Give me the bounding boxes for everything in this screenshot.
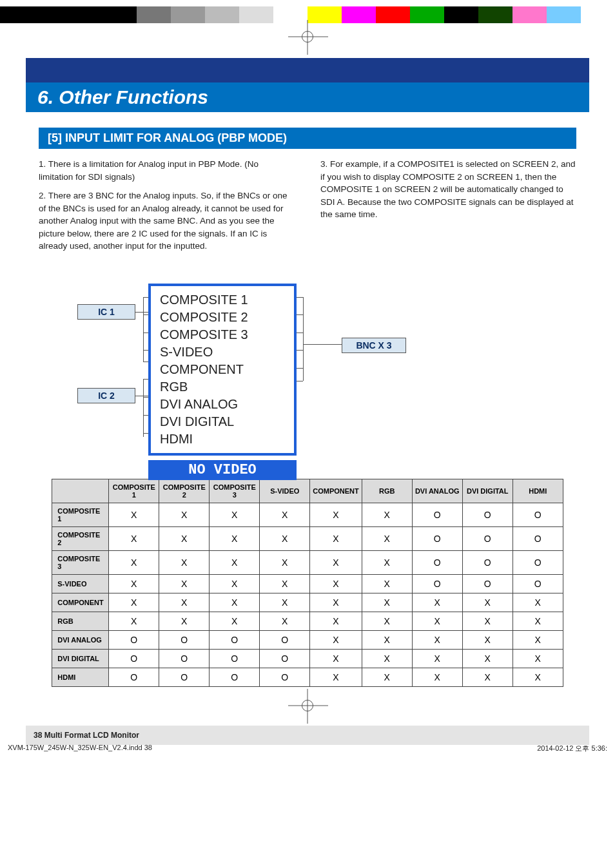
table-cell: X	[109, 503, 159, 527]
right-column: 3. For example, if a COMPOSITE1 is selec…	[320, 158, 576, 259]
table-col-header: COMPOSITE 1	[109, 479, 159, 503]
table-cell: O	[159, 650, 210, 668]
body-columns: 1. There is a limitation for Analog inpu…	[39, 158, 576, 259]
table-cell: X	[159, 527, 210, 551]
table-row-header: DVI ANALOG	[52, 631, 109, 650]
table-cell: X	[260, 527, 310, 551]
table-cell: O	[512, 551, 563, 575]
wire	[297, 297, 303, 298]
table-cell: X	[260, 593, 310, 612]
wire	[297, 381, 303, 381]
signal-item: S-VIDEO	[160, 343, 285, 361]
table-cell: X	[462, 612, 512, 631]
table-cell: O	[260, 650, 310, 668]
table-cell: O	[412, 503, 462, 527]
color-swatch	[68, 6, 102, 23]
table-cell: X	[109, 575, 159, 593]
wire	[297, 333, 303, 333]
registration-mark-bottom	[0, 700, 615, 711]
table-cell: X	[362, 575, 412, 593]
wire	[143, 415, 148, 416]
table-cell: X	[310, 650, 362, 668]
table-cell: X	[362, 631, 412, 650]
table-col-header: S-VIDEO	[260, 479, 310, 503]
table-row: RGBXXXXXXXXX	[52, 612, 563, 631]
table-col-header: COMPONENT	[310, 479, 362, 503]
color-swatch	[171, 6, 205, 23]
table-cell: X	[412, 612, 462, 631]
table-col-header: HDMI	[512, 479, 563, 503]
table-cell: X	[412, 631, 462, 650]
table-cell: X	[210, 593, 260, 612]
color-swatch	[102, 6, 137, 23]
signal-item: COMPOSITE 2	[160, 309, 285, 326]
table-cell: X	[362, 612, 412, 631]
table-cell: X	[260, 575, 310, 593]
table-row-header: HDMI	[52, 668, 109, 687]
table-row: DVI DIGITALOOOOXXXXX	[52, 650, 563, 668]
table-cell: X	[310, 551, 362, 575]
table-cell: X	[159, 503, 210, 527]
signal-item: DVI DIGITAL	[160, 413, 285, 430]
table-cell: O	[462, 575, 512, 593]
table-cell: X	[310, 503, 362, 527]
table-cell: O	[412, 527, 462, 551]
table-cell: X	[362, 593, 412, 612]
table-cell: X	[512, 668, 563, 687]
table-cell: O	[159, 631, 210, 650]
color-swatch	[308, 6, 342, 23]
wire	[143, 314, 148, 315]
table-cell: X	[310, 593, 362, 612]
table-cell: X	[462, 631, 512, 650]
table-row: HDMIOOOOXXXXX	[52, 668, 563, 687]
signal-item: DVI ANALOG	[160, 396, 285, 413]
table-col-header: DVI ANALOG	[412, 479, 462, 503]
print-date: 2014-02-12 오후 5:36:	[537, 744, 607, 753]
ic2-box: IC 2	[77, 388, 135, 403]
table-cell: X	[310, 631, 362, 650]
table-col-header: DVI DIGITAL	[462, 479, 512, 503]
wire	[143, 350, 148, 351]
table-cell: X	[310, 527, 362, 551]
table-row: COMPOSITE 3XXXXXXOOO	[52, 551, 563, 575]
wire	[143, 379, 144, 437]
color-swatch	[205, 6, 239, 23]
table-cell: X	[109, 527, 159, 551]
color-swatch	[0, 6, 34, 23]
table-cell: X	[310, 612, 362, 631]
table-cell: O	[260, 631, 310, 650]
wire	[297, 314, 303, 315]
color-swatch	[547, 6, 581, 23]
signal-diagram: IC 1 IC 2 COMPOSITE 1COMPOSITE 2COMPOSIT…	[39, 268, 576, 465]
table-cell: X	[109, 551, 159, 575]
signal-list-box: COMPOSITE 1COMPOSITE 2COMPOSITE 3S-VIDEO…	[148, 284, 297, 456]
table-cell: X	[412, 668, 462, 687]
table-cell: X	[210, 503, 260, 527]
table-row: S-VIDEOXXXXXXOOO	[52, 575, 563, 593]
table-row: COMPOSITE 2XXXXXXOOO	[52, 527, 563, 551]
table-cell: O	[412, 575, 462, 593]
color-swatch	[273, 6, 308, 23]
compatibility-table: COMPOSITE 1COMPOSITE 2COMPOSITE 3S-VIDEO…	[52, 479, 563, 687]
table-cell: X	[159, 612, 210, 631]
table-cell: O	[512, 503, 563, 527]
table-row-header: S-VIDEO	[52, 575, 109, 593]
table-row-header: COMPOSITE 2	[52, 527, 109, 551]
table-cell: O	[210, 668, 260, 687]
registration-mark-top	[0, 31, 615, 43]
color-swatch	[137, 6, 171, 23]
wire	[297, 350, 303, 351]
table-cell: X	[462, 668, 512, 687]
wire	[303, 344, 342, 345]
table-row-header: RGB	[52, 612, 109, 631]
table-cell: X	[512, 612, 563, 631]
table-cell: O	[512, 575, 563, 593]
header-blue-block	[26, 58, 589, 82]
table-cell: X	[462, 593, 512, 612]
wire	[135, 396, 148, 396]
table-cell: X	[362, 668, 412, 687]
wire	[143, 379, 148, 380]
table-cell: O	[109, 668, 159, 687]
table-cell: X	[362, 503, 412, 527]
color-swatch	[444, 6, 478, 23]
